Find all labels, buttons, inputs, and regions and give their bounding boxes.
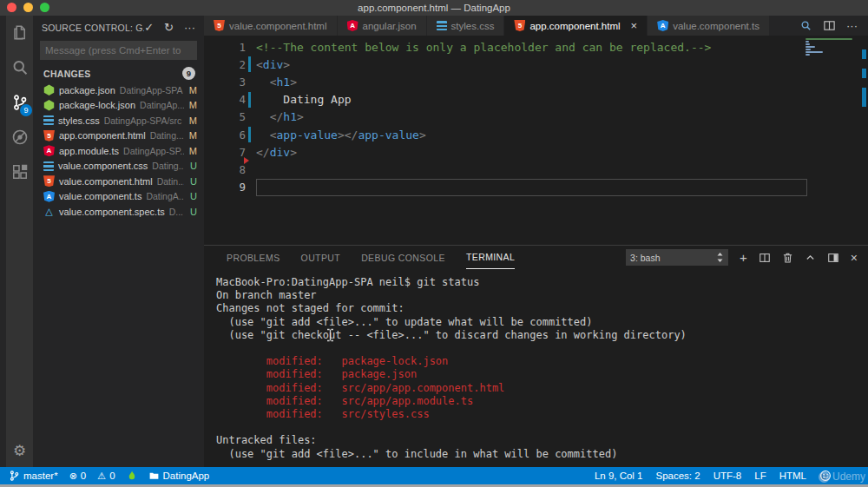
changed-file-row[interactable]: value.component.cssDating...U	[33, 159, 204, 174]
code-line: 8	[204, 161, 868, 178]
status-label: master*	[23, 471, 58, 481]
debug-icon	[11, 128, 29, 146]
udemy-watermark: U Udemy	[819, 471, 865, 483]
angular-red-icon: A	[347, 20, 358, 31]
activity-item-source-control[interactable]: 9	[6, 85, 33, 120]
tab-label: value.component.html	[229, 21, 327, 31]
maximize-panel-chevron-icon[interactable]	[805, 252, 816, 263]
status-html[interactable]: HTML	[779, 471, 806, 481]
changed-file-row[interactable]: 5value.component.htmlDatin...U	[33, 174, 204, 189]
close-panel-icon[interactable]: ×	[851, 252, 858, 264]
settings-gear-icon[interactable]: ⚙	[13, 442, 26, 460]
panel-tab-problems[interactable]: PROBLEMS	[227, 246, 280, 269]
changed-file-row[interactable]: Aapp.module.tsDatingApp-SP...M	[33, 143, 204, 159]
status-0[interactable]: ⚠0	[97, 471, 115, 482]
activity-item-extensions[interactable]	[6, 155, 33, 189]
line-number: 1	[204, 41, 246, 54]
minimap[interactable]	[806, 38, 854, 62]
changed-file-row[interactable]: 5app.component.htmlDating...M	[33, 128, 204, 144]
css-icon	[43, 161, 54, 171]
terminal-line	[216, 421, 868, 434]
changes-header[interactable]: CHANGES 9	[33, 65, 204, 82]
changed-file-row[interactable]: package-lock.jsonDatingAp...M	[33, 98, 204, 114]
zoom-window-button[interactable]	[40, 3, 49, 12]
git-status-badge: M	[188, 115, 197, 126]
editor-tab[interactable]: Avalue.component.ts	[648, 16, 769, 36]
open-preview-icon[interactable]	[799, 19, 812, 32]
status-flame[interactable]	[127, 470, 137, 482]
commit-check-icon[interactable]: ✓	[144, 22, 154, 33]
terminal-line: (use "git add <file>..." to update what …	[216, 316, 868, 329]
code-line: 2<div>	[204, 56, 868, 73]
kill-terminal-trash-icon[interactable]	[782, 252, 793, 264]
editor-tab[interactable]: 5value.component.html	[204, 16, 337, 36]
changes-count-badge: 9	[182, 67, 195, 80]
git-status-badge: M	[188, 130, 197, 141]
line-number: 6	[204, 128, 246, 141]
activity-item-search[interactable]	[6, 50, 33, 85]
activity-item-debug[interactable]	[6, 120, 33, 155]
panel-tab-output[interactable]: OUTPUT	[301, 246, 341, 269]
git-branch-sm-icon	[9, 470, 20, 482]
modified-line-marker	[248, 127, 251, 142]
code-text: <div>	[256, 56, 807, 73]
panel-tab-debug-console[interactable]: DEBUG CONSOLE	[361, 246, 445, 269]
terminal-shell-select[interactable]: 3: bash	[626, 249, 728, 266]
changed-file-row[interactable]: Avalue.component.tsDatingA...U	[33, 189, 204, 205]
status-utf-8[interactable]: UTF-8	[713, 471, 742, 481]
panel-layout-icon[interactable]	[827, 252, 839, 264]
terminal-output[interactable]: MacBook-Pro:DatingApp-SPA neil$ git stat…	[204, 269, 868, 461]
terminal-line: (use "git add <file>..." to include in w…	[216, 448, 868, 461]
file-path: DatingApp-SPA/src	[104, 115, 184, 126]
select-updown-icon	[716, 252, 724, 263]
close-tab-icon[interactable]: ×	[631, 20, 638, 31]
overview-ruler[interactable]	[859, 36, 868, 245]
terminal-line: modified: package-lock.json	[216, 355, 868, 368]
split-terminal-icon[interactable]	[759, 252, 771, 264]
code-line: 7</div>	[204, 143, 868, 161]
status-label: DatingApp	[163, 471, 210, 481]
code-line: 6 <app-value></app-value>	[204, 126, 868, 143]
refresh-icon[interactable]: ↻	[164, 22, 174, 33]
more-actions-icon[interactable]: ···	[184, 22, 195, 33]
code-line: 3 <h1>	[204, 73, 868, 90]
status-lf[interactable]: LF	[754, 471, 766, 481]
git-status-badge: U	[188, 176, 197, 187]
tab-label: value.component.ts	[673, 21, 760, 31]
code-editor[interactable]: 1<!--The content below is only a placeho…	[204, 36, 868, 245]
file-path: DatingAp...	[140, 100, 184, 110]
activity-item-explorer[interactable]	[6, 16, 33, 50]
git-status-badge: U	[188, 207, 197, 217]
beaker-icon: △	[43, 206, 55, 217]
status-left: master*⊗0⚠0DatingApp	[0, 470, 209, 482]
status-0[interactable]: ⊗0	[69, 471, 87, 482]
file-name: value.component.css	[58, 161, 148, 171]
split-editor-icon[interactable]	[823, 19, 836, 32]
status-master-[interactable]: master*	[9, 470, 58, 482]
status-spaces-2[interactable]: Spaces: 2	[656, 471, 700, 481]
commit-message-input[interactable]	[40, 41, 197, 60]
code-line: 1<!--The content below is only a placeho…	[204, 38, 868, 56]
status-datingapp[interactable]: DatingApp	[148, 471, 210, 481]
search-icon	[11, 59, 29, 76]
code-line: 4 Dating App	[204, 91, 868, 109]
more-editor-actions-icon[interactable]: ···	[846, 20, 858, 31]
changed-file-row[interactable]: △value.component.spec.tsD...U	[33, 204, 204, 220]
node-icon	[43, 84, 55, 95]
editor-tab[interactable]: 5app.component.html×	[504, 16, 647, 36]
git-status-badge: M	[188, 85, 197, 95]
new-terminal-icon[interactable]: +	[740, 251, 747, 264]
status-ln-9-col-1[interactable]: Ln 9, Col 1	[595, 471, 643, 481]
line-number: 4	[204, 93, 246, 106]
editor-tab[interactable]: styles.css	[427, 16, 504, 36]
scm-count-badge: 9	[20, 104, 32, 116]
editor-tab[interactable]: Aangular.json	[338, 16, 426, 36]
vscode-window: app.component.html — DatingApp 9 ⚙ SOURC…	[0, 0, 868, 487]
changed-file-row[interactable]: package.jsonDatingApp-SPAM	[33, 82, 204, 98]
panel-tab-terminal[interactable]: TERMINAL	[466, 246, 515, 269]
changed-file-row[interactable]: styles.cssDatingApp-SPA/srcM	[33, 113, 204, 128]
code-lines: 1<!--The content below is only a placeho…	[204, 36, 868, 196]
activity-bar-items: 9	[6, 16, 33, 189]
minimize-window-button[interactable]	[23, 3, 33, 12]
close-window-button[interactable]	[7, 3, 16, 12]
